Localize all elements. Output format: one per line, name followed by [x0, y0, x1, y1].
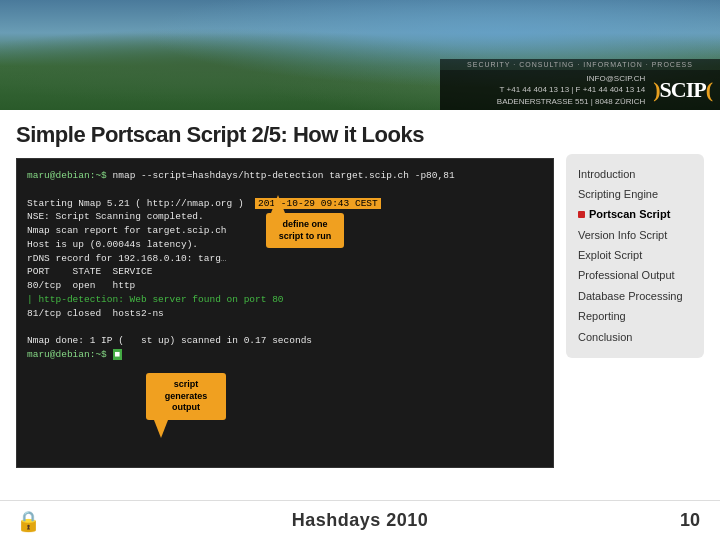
callout-define-arrow [271, 195, 285, 213]
sidebar-item-database-processing[interactable]: Database Processing [574, 286, 696, 306]
terminal-line-12 [27, 320, 543, 334]
left-panel: Simple Portscan Script 2/5: How it Looks… [16, 122, 554, 492]
terminal-container: maru@debian:~$ nmap --script=hashdays/ht… [16, 158, 554, 492]
main-content: Simple Portscan Script 2/5: How it Looks… [0, 110, 720, 500]
terminal-line-2 [27, 183, 543, 197]
contact-info-line3: BADENERSTRASSE 551 | 8048 ZÜRICH [497, 96, 645, 107]
callout-script: script generates output [146, 373, 226, 420]
sidebar-item-exploit-script-label: Exploit Script [578, 248, 642, 263]
slide-title: Simple Portscan Script 2/5: How it Looks [16, 122, 554, 148]
scip-bar: INFO@SCIP.CH T +41 44 404 13 13 | F +41 … [440, 70, 720, 110]
sidebar-item-introduction[interactable]: Introduction [574, 164, 696, 184]
scip-logo: )SCIP( [653, 77, 712, 103]
sidebar-item-database-processing-label: Database Processing [578, 289, 683, 304]
terminal-line-10: | http-detection: Web server found on po… [27, 293, 543, 307]
scip-contact: INFO@SCIP.CH T +41 44 404 13 13 | F +41 … [497, 73, 645, 107]
sidebar-item-professional-output-label: Professional Output [578, 268, 675, 283]
contact-info-line2: T +41 44 404 13 13 | F +41 44 404 13 14 [497, 84, 645, 95]
terminal-line-8: PORT STATE SERVICE [27, 265, 543, 279]
sidebar-item-conclusion[interactable]: Conclusion [574, 327, 696, 347]
sidebar-item-scripting-engine-label: Scripting Engine [578, 187, 658, 202]
terminal-line-14: maru@debian:~$ ■ [27, 348, 543, 362]
terminal-line-13: Nmap done: 1 IP ( st up) scanned in 0.17… [27, 334, 543, 348]
footer-icon: 🔒 [16, 509, 41, 533]
callout-define-area: define one script to run [266, 213, 344, 248]
scip-paren-close: ( [706, 77, 712, 102]
sidebar-item-portscan-script-label: Portscan Script [589, 207, 670, 222]
sidebar-item-professional-output[interactable]: Professional Output [574, 266, 696, 286]
active-dot [578, 211, 585, 218]
header-photo: SECURITY · CONSULTING · INFORMATION · PR… [0, 0, 720, 110]
callout-script-arrow [154, 420, 168, 438]
terminal-line-11: 81/tcp closed hosts2-ns [27, 307, 543, 321]
sidebar-item-conclusion-label: Conclusion [578, 330, 632, 345]
contact-info-line1: INFO@SCIP.CH [497, 73, 645, 84]
callout-define-text: define one script to run [279, 219, 332, 241]
sidebar-item-reporting-label: Reporting [578, 309, 626, 324]
sidebar-item-introduction-label: Introduction [578, 167, 635, 182]
terminal-line-1: maru@debian:~$ nmap --script=hashdays/ht… [27, 169, 543, 183]
sidebar-toc: Introduction Scripting Engine Portscan S… [566, 154, 704, 358]
callout-script-area: script generates output [146, 373, 226, 420]
footer-title: Hashdays 2010 [292, 510, 429, 531]
footer-page-number: 10 [680, 510, 700, 531]
sidebar-item-reporting[interactable]: Reporting [574, 307, 696, 327]
terminal-line-9: 80/tcp open http [27, 279, 543, 293]
callout-script-text: script generates output [165, 379, 208, 412]
sidebar-item-scripting-engine[interactable]: Scripting Engine [574, 184, 696, 204]
security-bar-text: SECURITY · CONSULTING · INFORMATION · PR… [467, 61, 693, 68]
terminal-line-7: rDNS record for 192.168.0.10: targ… [27, 252, 543, 266]
sidebar-item-portscan-script[interactable]: Portscan Script [574, 205, 696, 225]
scip-name: SCIP [660, 77, 706, 102]
terminal: maru@debian:~$ nmap --script=hashdays/ht… [16, 158, 554, 468]
security-bar: SECURITY · CONSULTING · INFORMATION · PR… [440, 59, 720, 70]
sidebar-item-version-info-script-label: Version Info Script [578, 228, 667, 243]
footer: 🔒 Hashdays 2010 10 [0, 500, 720, 540]
callout-define: define one script to run [266, 213, 344, 248]
sidebar-item-exploit-script[interactable]: Exploit Script [574, 246, 696, 266]
sidebar-item-version-info-script[interactable]: Version Info Script [574, 225, 696, 245]
terminal-line-3: Starting Nmap 5.21 ( http://nmap.org ) 2… [27, 197, 543, 211]
